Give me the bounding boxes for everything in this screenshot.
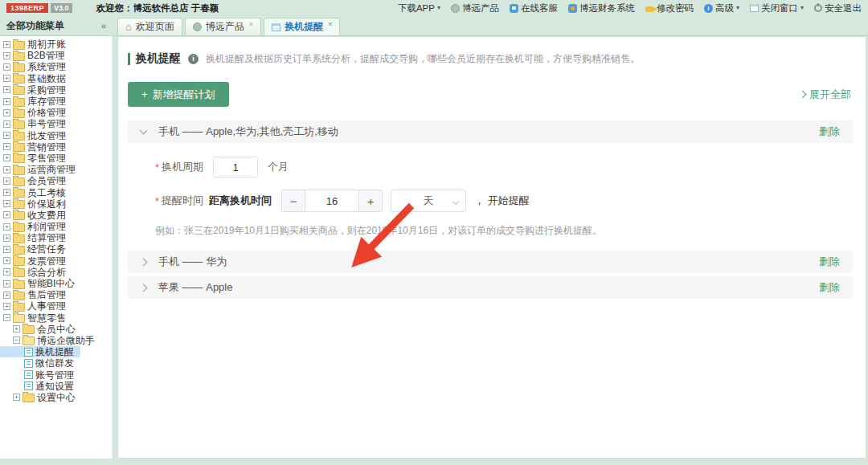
expand-icon[interactable]: + xyxy=(3,292,10,299)
plan-item: 手机 —— 华为 删除 xyxy=(128,251,853,273)
expand-icon[interactable]: + xyxy=(3,177,10,185)
expand-icon[interactable]: + xyxy=(3,98,10,105)
close-icon[interactable]: × xyxy=(328,20,332,28)
plan-header[interactable]: 苹果 —— Apple 删除 xyxy=(128,276,853,299)
sidebar-item-pricing[interactable]: +价格管理 xyxy=(0,107,113,118)
plan-header[interactable]: 手机 —— 华为 删除 xyxy=(128,251,853,273)
sidebar-item-notification-settings[interactable]: 通知设置 xyxy=(0,381,113,392)
tab-phone-reminder[interactable]: 换机提醒 × xyxy=(264,18,340,35)
expand-icon[interactable]: + xyxy=(3,41,10,48)
folder-icon xyxy=(13,63,25,72)
expand-icon[interactable]: + xyxy=(3,75,10,82)
sidebar-item-after-sales[interactable]: +售后管理 xyxy=(0,289,113,300)
tab-welcome[interactable]: ⌂ 欢迎页面 xyxy=(117,18,182,35)
expand-icon[interactable]: + xyxy=(13,325,20,332)
expand-icon[interactable]: + xyxy=(3,223,10,230)
delete-plan-link[interactable]: 删除 xyxy=(819,255,840,269)
page-description: 换机提醒及根据历史订单系统分析，提醒成交导购，哪些会员近期存在换机可能，方便导购… xyxy=(206,52,640,66)
plan-header[interactable]: 手机 —— Apple,华为,其他,壳工坊,移动 删除 xyxy=(128,120,853,143)
sidebar-item-system[interactable]: +系统管理 xyxy=(0,61,113,72)
sidebar-item-member-center[interactable]: +会员中心 xyxy=(0,324,113,335)
sidebar-item-price-rebate[interactable]: +价保返利 xyxy=(0,198,113,210)
decrease-days-button[interactable]: − xyxy=(282,190,305,211)
expand-icon[interactable]: + xyxy=(3,303,10,310)
expand-icon[interactable]: + xyxy=(3,154,10,161)
sidebar-item-serial[interactable]: +串号管理 xyxy=(0,118,113,129)
expand-icon[interactable]: + xyxy=(3,52,10,59)
plan-item: 手机 —— Apple,华为,其他,壳工坊,移动 删除 * 换机周期 个月 * … xyxy=(128,120,853,247)
sidebar-item-wechat-broadcast[interactable]: 微信群发 xyxy=(0,357,113,369)
delete-plan-link[interactable]: 删除 xyxy=(819,280,840,295)
sidebar-item-settings-center[interactable]: +设置中心 xyxy=(0,392,113,403)
sidebar-item-b2b[interactable]: +B2B管理 xyxy=(0,50,113,61)
unit-select[interactable]: 天 xyxy=(391,190,466,212)
expand-icon[interactable]: + xyxy=(13,394,20,401)
folder-icon xyxy=(13,75,25,84)
sidebar-item-wecom-assistant[interactable]: −博远企微助手 xyxy=(0,335,113,346)
download-app-link[interactable]: 下载APP ▾ xyxy=(398,2,440,14)
sidebar-item-settlement[interactable]: +结算管理 xyxy=(0,232,113,243)
sidebar-item-members[interactable]: +会员管理 xyxy=(0,175,113,186)
expand-icon[interactable]: + xyxy=(3,246,10,253)
sidebar-item-carrier[interactable]: +运营商管理 xyxy=(0,164,113,175)
products-label: 博远产品 xyxy=(462,2,499,14)
sidebar-item-analysis[interactable]: +综合分析 xyxy=(0,267,113,278)
products-link[interactable]: 博远产品 xyxy=(451,2,499,14)
sidebar-item-business-tasks[interactable]: +经营任务 xyxy=(0,243,113,255)
sidebar-item-expenses[interactable]: +收支费用 xyxy=(0,210,113,221)
expand-icon[interactable]: + xyxy=(3,86,10,93)
expand-icon[interactable]: + xyxy=(3,189,10,196)
caret-down-icon: ▾ xyxy=(437,5,440,11)
folder-icon xyxy=(23,394,35,402)
expand-icon[interactable]: + xyxy=(3,268,10,275)
expand-icon[interactable]: + xyxy=(3,63,10,71)
online-service-link[interactable]: 在线客服 xyxy=(510,2,558,14)
finance-system-link[interactable]: 博远财务系统 xyxy=(568,2,635,14)
expand-icon[interactable]: + xyxy=(3,235,10,242)
expand-icon[interactable]: + xyxy=(3,200,10,207)
days-input[interactable] xyxy=(305,190,358,211)
sidebar-item-retail[interactable]: +零售管理 xyxy=(0,153,113,164)
sidebar-item-bi-center[interactable]: +智能BI中心 xyxy=(0,278,113,289)
close-icon[interactable]: × xyxy=(249,20,253,28)
sidebar-item-base-data[interactable]: +基础数据 xyxy=(0,73,113,84)
expand-icon[interactable]: + xyxy=(3,280,10,288)
close-window-link[interactable]: 关闭窗口 ▾ xyxy=(750,2,804,14)
expand-icon[interactable]: + xyxy=(3,143,10,150)
advanced-link[interactable]: i 高级 ▾ xyxy=(704,2,739,14)
chevron-right-icon xyxy=(141,259,146,265)
expand-icon[interactable]: + xyxy=(3,257,10,264)
sidebar-item-marketing[interactable]: +营销管理 xyxy=(0,141,113,153)
change-password-link[interactable]: 修改密码 xyxy=(645,2,694,14)
expand-icon[interactable]: + xyxy=(3,109,10,116)
sidebar-item-phone-reminder[interactable]: 换机提醒 xyxy=(0,346,80,357)
tab-products[interactable]: 博远产品 × xyxy=(185,18,261,35)
expand-icon[interactable]: + xyxy=(3,166,10,173)
expand-icon[interactable]: + xyxy=(3,211,10,218)
page-leaf-icon xyxy=(24,381,33,390)
sidebar-item-profit[interactable]: +利润管理 xyxy=(0,221,113,232)
expand-icon[interactable]: + xyxy=(3,132,10,139)
delete-plan-link[interactable]: 删除 xyxy=(819,124,840,139)
sidebar-item-account-management[interactable]: 账号管理 xyxy=(0,369,113,380)
expand-icon[interactable]: + xyxy=(3,120,10,128)
sidebar-item-hr[interactable]: +人事管理 xyxy=(0,300,113,312)
sidebar-collapse-button[interactable]: « xyxy=(101,21,106,31)
add-reminder-plan-button[interactable]: + 新增提醒计划 xyxy=(128,82,229,107)
cycle-unit: 个月 xyxy=(268,160,289,174)
collapse-tree-icon[interactable]: − xyxy=(3,314,10,321)
advanced-label: 高级 xyxy=(715,2,734,14)
sidebar-item-inventory[interactable]: +库存管理 xyxy=(0,96,113,107)
sidebar-item-invoices[interactable]: +发票管理 xyxy=(0,255,113,267)
sidebar-item-opening-accounts[interactable]: +期初开账 xyxy=(0,39,113,50)
plan-title: 手机 —— Apple,华为,其他,壳工坊,移动 xyxy=(158,124,338,139)
sidebar-item-wholesale[interactable]: +批发管理 xyxy=(0,130,113,141)
sidebar-item-smart-retail[interactable]: −智慧零售 xyxy=(0,312,113,324)
expand-all-link[interactable]: 展开全部 xyxy=(800,88,851,102)
safe-logout-link[interactable]: 安全退出 xyxy=(814,2,862,14)
sidebar-item-staff-assessment[interactable]: +员工考核 xyxy=(0,186,113,198)
collapse-tree-icon[interactable]: − xyxy=(13,337,20,344)
sidebar-item-purchasing[interactable]: +采购管理 xyxy=(0,84,113,96)
increase-days-button[interactable]: + xyxy=(358,190,382,211)
cycle-input[interactable] xyxy=(213,157,258,177)
